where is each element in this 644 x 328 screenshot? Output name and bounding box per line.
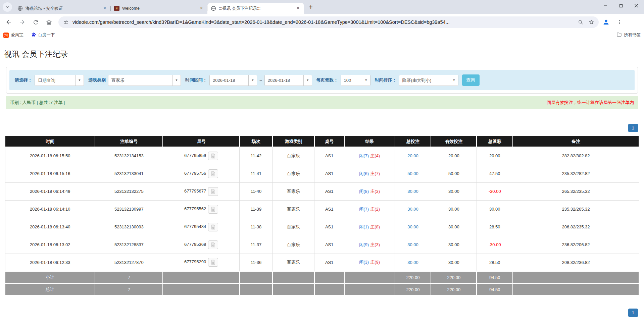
footer-cell-3 <box>240 283 273 295</box>
window-maximize-button[interactable] <box>613 0 629 11</box>
cell-valid-bet: 30.00 <box>431 200 477 218</box>
cell-session: 11-39 <box>240 200 273 218</box>
window-minimize-button[interactable] <box>598 0 613 11</box>
total-bet-link[interactable]: 50.00 <box>407 171 418 176</box>
footer-cell-0: 总计 <box>5 283 95 295</box>
cell-game-category: 百家乐 <box>273 182 314 200</box>
page-1-button[interactable]: 1 <box>628 124 638 132</box>
bet-record-row: 2026-01-18 06:14:49523132132275677795677… <box>5 182 639 200</box>
video-replay-icon[interactable] <box>208 152 218 160</box>
chevron-down-icon[interactable]: ▼ <box>172 75 181 86</box>
tab-close-icon[interactable]: × <box>199 6 204 11</box>
bookmark-baidu[interactable]: 百度一下 <box>31 32 55 38</box>
cell-note: 206.82/235.32 <box>513 218 639 236</box>
home-icon[interactable] <box>43 16 55 28</box>
tab-close-icon[interactable]: × <box>295 6 301 11</box>
cell-time: 2026-01-18 06:14:10 <box>5 200 95 218</box>
page-size-label: 每页笔数： <box>316 77 338 83</box>
video-replay-icon[interactable] <box>208 205 218 214</box>
cell-session: 11-36 <box>240 254 273 271</box>
chevron-down-icon[interactable]: ▼ <box>248 75 257 86</box>
result-banker: 庄(3) <box>370 242 380 247</box>
tab-welcome[interactable]: ♛ Welcome × <box>111 3 207 14</box>
total-bet-link[interactable]: 30.00 <box>407 242 418 247</box>
search-button[interactable]: 查询 <box>462 74 480 86</box>
video-replay-icon[interactable] <box>208 240 218 249</box>
new-tab-button[interactable]: + <box>306 2 315 12</box>
address-bar[interactable]: videoie.com/game/betrecord_search/kind3?… <box>58 16 599 28</box>
cell-time: 2026-01-18 06:13:40 <box>5 218 95 236</box>
bet-record-row: 2026-01-18 06:13:02523132128837677795368… <box>5 236 639 254</box>
cell-bet-number: 523132127870 <box>95 254 163 271</box>
result-banker: 庄(9) <box>370 260 380 265</box>
page-size-select[interactable]: 100 ▼ <box>341 75 370 86</box>
bookmarks-bar: 淘 爱淘宝 百度一下 所有书签 <box>0 30 644 40</box>
back-icon[interactable] <box>3 16 15 28</box>
chevron-down-icon[interactable]: ▼ <box>75 75 84 86</box>
cell-table-number: AS1 <box>314 236 344 254</box>
total-bet-link[interactable]: 30.00 <box>407 224 418 229</box>
cell-game-category: 百家乐 <box>273 254 314 271</box>
cell-bet-number: 523132132275 <box>95 182 163 200</box>
all-bookmarks[interactable]: 所有书签 <box>611 32 641 38</box>
footer-cell-5 <box>314 283 344 295</box>
video-replay-icon[interactable] <box>208 169 218 178</box>
total-bet-link[interactable]: 20.00 <box>407 153 418 158</box>
video-replay-icon[interactable] <box>208 187 218 196</box>
bookmark-star-icon[interactable] <box>587 18 595 26</box>
time-sort-select[interactable]: 降幂(由大到小) ▼ <box>399 75 458 86</box>
page-content: 视讯 会员下注纪录 请选择： 日期查询 ▼ 游戏类别 百家乐 ▼ 时间区间： 2… <box>0 49 644 317</box>
tab-close-icon[interactable]: × <box>102 6 107 11</box>
footer-cell-0: 小计 <box>5 271 95 283</box>
cell-total-bet: 30.00 <box>395 254 431 271</box>
cell-total-bet: 30.00 <box>395 236 431 254</box>
video-replay-icon[interactable] <box>208 223 218 231</box>
cell-game-category: 百家乐 <box>273 236 314 254</box>
result-banker: 庄(7) <box>370 171 380 176</box>
cell-valid-bet: 30.00 <box>431 236 477 254</box>
cell-round-number: 677795756 <box>163 165 240 182</box>
chevron-down-icon[interactable]: ▼ <box>303 75 312 86</box>
tab-title: Welcome <box>122 6 196 11</box>
tab-haiyan-forum[interactable]: 海燕论坛 - 安全验证 × <box>14 3 111 14</box>
window-close-button[interactable] <box>629 0 644 11</box>
zoom-icon[interactable] <box>577 18 585 26</box>
profile-avatar-icon[interactable] <box>600 16 612 28</box>
cell-bet-number: 523132134153 <box>95 147 163 165</box>
cell-table-number: AS1 <box>314 182 344 200</box>
globe-icon <box>211 6 216 11</box>
page-1-button[interactable]: 1 <box>628 309 638 317</box>
reload-icon[interactable] <box>30 16 42 28</box>
total-bet-link[interactable]: 30.00 <box>407 207 418 212</box>
cell-round-number: 677795859 <box>163 147 240 165</box>
query-type-select[interactable]: 日期查询 ▼ <box>35 75 84 86</box>
bookmark-label: 爱淘宝 <box>11 32 23 38</box>
column-header-4: 游戏类别 <box>273 136 314 147</box>
date-from-input[interactable]: 2026-01-18 ▼ <box>209 75 257 86</box>
bookmark-aitaobao[interactable]: 淘 爱淘宝 <box>3 32 23 38</box>
date-to-input[interactable]: 2026-01-18 ▼ <box>264 75 312 86</box>
footer-cell-3 <box>240 271 273 283</box>
chevron-down-icon[interactable]: ▼ <box>450 75 458 86</box>
tab-bet-records-active[interactable]: :::视讯 会员下注纪录::: × <box>207 3 304 14</box>
url-text[interactable]: videoie.com/game/betrecord_search/kind3?… <box>72 19 574 25</box>
browser-menu-icon[interactable] <box>613 16 626 28</box>
total-bet-link[interactable]: 30.00 <box>407 260 418 265</box>
forward-icon[interactable] <box>16 16 28 28</box>
column-header-3: 场次 <box>240 136 273 147</box>
column-header-5: 桌号 <box>314 136 344 147</box>
chevron-down-icon[interactable]: ▼ <box>362 75 370 86</box>
cell-note: 235.32/282.82 <box>513 165 639 182</box>
cell-table-number: AS1 <box>314 254 344 271</box>
footer-cell-4 <box>273 271 314 283</box>
site-settings-icon[interactable] <box>62 18 70 26</box>
footer-cell-8: 220.00 <box>431 283 477 295</box>
tab-search-chevron-icon[interactable] <box>3 2 12 12</box>
game-category-select[interactable]: 百家乐 ▼ <box>108 75 181 86</box>
cell-note: 236.82/206.82 <box>513 236 639 254</box>
total-bet-link[interactable]: 30.00 <box>407 189 418 194</box>
cell-result: 闲(7)庄(4) <box>344 147 395 165</box>
cell-note: 235.32/265.32 <box>513 200 639 218</box>
footer-cell-9: 94.50 <box>477 283 513 295</box>
video-replay-icon[interactable] <box>208 258 218 267</box>
